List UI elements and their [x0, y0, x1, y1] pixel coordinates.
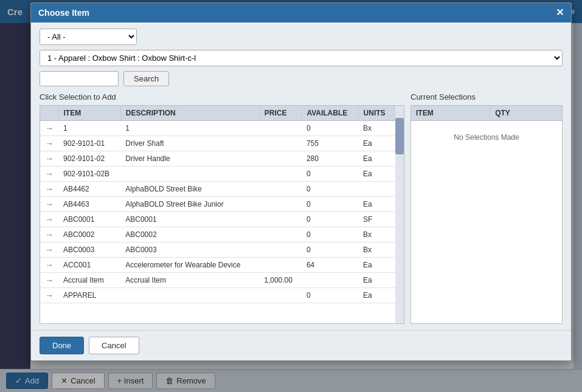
right-panel: Current Selections ITEM QTY No Selection… — [411, 92, 563, 324]
table-row[interactable]: →APPAREL0Ea — [40, 288, 404, 303]
row-units: Ea — [358, 151, 394, 167]
row-description: 1 — [120, 121, 259, 136]
done-button[interactable]: Done — [40, 337, 84, 354]
row-arrow-icon[interactable]: → — [40, 151, 58, 167]
table-row[interactable]: →902-9101-02Driver Handle280Ea — [40, 151, 404, 167]
row-arrow-icon[interactable]: → — [40, 288, 58, 303]
search-input[interactable] — [40, 71, 119, 86]
row-price — [259, 197, 302, 212]
row-available: 0 — [302, 242, 358, 258]
row-units: Ea — [358, 167, 394, 182]
right-table-header-row: ITEM QTY — [411, 106, 562, 121]
filter-row-1: - All - — [40, 29, 563, 45]
item-select[interactable]: 1 - Apparel : Oxbow Shirt : Oxbow Shirt-… — [40, 50, 563, 66]
scroll-track[interactable] — [395, 106, 404, 324]
row-units: SF — [358, 212, 394, 227]
right-table: ITEM QTY No Selections Made — [411, 106, 562, 154]
modal-body: - All - 1 - Apparel : Oxbow Shirt : Oxbo… — [31, 22, 571, 330]
items-table: ITEM DESCRIPTION PRICE AVAILABLE UNITS →… — [40, 106, 404, 303]
row-available: 0 — [302, 197, 358, 212]
row-available: 64 — [302, 258, 358, 273]
left-panel-title: Click Selection to Add — [40, 92, 404, 101]
row-arrow-icon[interactable]: → — [40, 242, 58, 258]
row-item: 902-9101-01 — [58, 136, 120, 151]
row-price: 1,000.00 — [259, 273, 302, 288]
filter-row-2: 1 - Apparel : Oxbow Shirt : Oxbow Shirt-… — [40, 50, 563, 66]
row-item: AB4462 — [58, 182, 120, 197]
row-description — [120, 167, 259, 182]
row-arrow-icon[interactable]: → — [40, 212, 58, 227]
row-price — [259, 151, 302, 167]
row-available: 0 — [302, 288, 358, 303]
row-description: ABC0001 — [120, 212, 259, 227]
row-item: 902-9101-02B — [58, 167, 120, 182]
th-item: ITEM — [58, 106, 120, 121]
th-description: DESCRIPTION — [120, 106, 259, 121]
row-available: 755 — [302, 136, 358, 151]
th-price: PRICE — [259, 106, 302, 121]
row-arrow-icon[interactable]: → — [40, 121, 58, 136]
row-item: AB4463 — [58, 197, 120, 212]
row-arrow-icon[interactable]: → — [40, 258, 58, 273]
row-available: 280 — [302, 151, 358, 167]
row-price — [259, 242, 302, 258]
row-units: Ea — [358, 136, 394, 151]
modal-footer: Done Cancel — [31, 330, 571, 360]
table-row[interactable]: →ABC0002ABC00020Bx — [40, 227, 404, 242]
table-row[interactable]: →110Bx — [40, 121, 404, 136]
row-price — [259, 227, 302, 242]
row-price — [259, 167, 302, 182]
row-available: 0 — [302, 227, 358, 242]
row-description: Driver Handle — [120, 151, 259, 167]
row-arrow-icon[interactable]: → — [40, 136, 58, 151]
row-available: 0 — [302, 182, 358, 197]
row-arrow-icon[interactable]: → — [40, 167, 58, 182]
row-item: Accrual Item — [58, 273, 120, 288]
search-button[interactable]: Search — [123, 71, 169, 86]
row-item: ACC001 — [58, 258, 120, 273]
row-available — [302, 273, 358, 288]
th-units: UNITS — [358, 106, 394, 121]
main-area: Click Selection to Add ITEM DESCRIPTION … — [40, 92, 563, 324]
table-row[interactable]: →ABC0003ABC00030Bx — [40, 242, 404, 258]
row-available: 0 — [302, 167, 358, 182]
row-arrow-icon[interactable]: → — [40, 273, 58, 288]
items-table-header-row: ITEM DESCRIPTION PRICE AVAILABLE UNITS — [40, 106, 404, 121]
row-item: 1 — [58, 121, 120, 136]
row-units — [358, 182, 394, 197]
row-description: Accrual Item — [120, 273, 259, 288]
row-available: 0 — [302, 212, 358, 227]
row-arrow-icon[interactable]: → — [40, 182, 58, 197]
items-table-head: ITEM DESCRIPTION PRICE AVAILABLE UNITS — [40, 106, 404, 121]
left-panel: Click Selection to Add ITEM DESCRIPTION … — [40, 92, 404, 324]
row-description — [120, 288, 259, 303]
cancel-button[interactable]: Cancel — [89, 337, 139, 354]
table-row[interactable]: →ACC001Accelerometer for Wearable Device… — [40, 258, 404, 273]
items-table-wrap: ITEM DESCRIPTION PRICE AVAILABLE UNITS →… — [40, 105, 404, 324]
modal-close-button[interactable]: ✕ — [556, 8, 564, 18]
scroll-thumb[interactable] — [395, 118, 404, 154]
row-price — [259, 136, 302, 151]
table-row[interactable]: →AB4462AlphaBOLD Street Bike0 — [40, 182, 404, 197]
th-available: AVAILABLE — [302, 106, 358, 121]
row-units: Ea — [358, 197, 394, 212]
table-row[interactable]: →AB4463AlphaBOLD Street Bike Junior0Ea — [40, 197, 404, 212]
row-arrow-icon[interactable]: → — [40, 197, 58, 212]
row-description: AlphaBOLD Street Bike — [120, 182, 259, 197]
row-price — [259, 258, 302, 273]
th-arrow — [40, 106, 58, 121]
row-description: ABC0002 — [120, 227, 259, 242]
right-table-body: No Selections Made — [411, 121, 562, 154]
table-row[interactable]: →902-9101-02B0Ea — [40, 167, 404, 182]
row-units: Ea — [358, 273, 394, 288]
table-row[interactable]: →ABC0001ABC00010SF — [40, 212, 404, 227]
row-description: Accelerometer for Wearable Device — [120, 258, 259, 273]
table-row[interactable]: →902-9101-01Driver Shaft755Ea — [40, 136, 404, 151]
modal-dialog: Choose Item ✕ - All - 1 - Apparel : Oxbo… — [30, 2, 572, 361]
rth-item: ITEM — [411, 106, 490, 121]
category-select[interactable]: - All - — [40, 29, 137, 45]
row-price — [259, 121, 302, 136]
row-arrow-icon[interactable]: → — [40, 227, 58, 242]
right-table-head: ITEM QTY — [411, 106, 562, 121]
table-row[interactable]: →Accrual ItemAccrual Item1,000.00Ea — [40, 273, 404, 288]
